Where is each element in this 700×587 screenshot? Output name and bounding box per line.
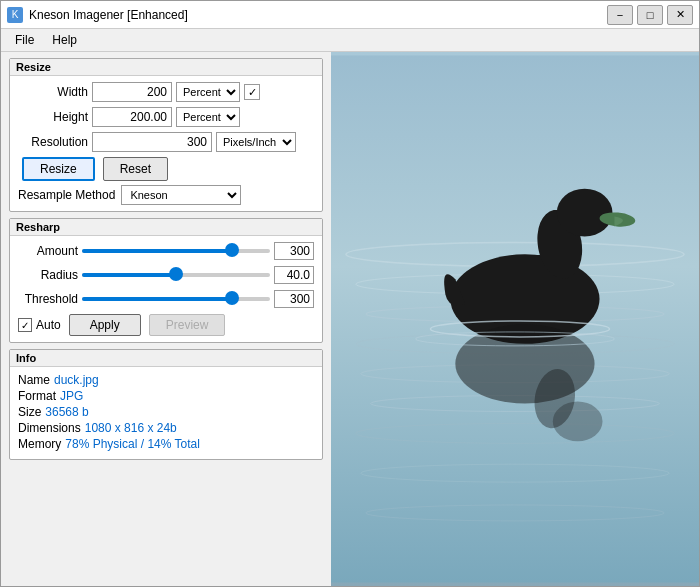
radius-slider-thumb[interactable] [169,267,183,281]
info-size-value: 36568 b [45,405,88,419]
threshold-row: Threshold [18,290,314,308]
radius-value-input[interactable] [274,266,314,284]
info-memory-row: Memory 78% Physical / 14% Total [18,437,314,451]
auto-checkbox[interactable]: ✓ [18,318,32,332]
info-memory-value: 78% Physical / 14% Total [65,437,200,451]
reset-button[interactable]: Reset [103,157,168,181]
app-icon: K [7,7,23,23]
close-button[interactable]: ✕ [667,5,693,25]
maximize-button[interactable]: □ [637,5,663,25]
resharp-bottom-row: ✓ Auto Apply Preview [18,314,314,336]
content-area: Resize Width Percent Pixels ✓ Hei [1,52,699,586]
menu-file[interactable]: File [7,31,42,49]
info-format-label: Format [18,389,56,403]
amount-label: Amount [18,244,78,258]
link-checkbox[interactable]: ✓ [244,84,260,100]
title-bar: K Kneson Imagener [Enhanced] − □ ✕ [1,1,699,29]
info-section: Info Name duck.jpg Format JPG Size 36568… [9,349,323,460]
width-label: Width [18,85,88,99]
resample-select[interactable]: Kneson Bilinear Bicubic Lanczos [121,185,241,205]
radius-label: Radius [18,268,78,282]
threshold-slider-track[interactable] [82,297,270,301]
auto-label: Auto [36,318,61,332]
resample-label: Resample Method [18,188,115,202]
width-row: Width Percent Pixels ✓ [18,82,314,102]
radius-slider-track[interactable] [82,273,270,277]
info-memory-label: Memory [18,437,61,451]
resample-row: Resample Method Kneson Bilinear Bicubic … [18,185,314,205]
info-dimensions-row: Dimensions 1080 x 816 x 24b [18,421,314,435]
preview-button[interactable]: Preview [149,314,226,336]
svg-point-16 [553,402,603,442]
resize-btn-row: Resize Reset [18,157,314,181]
height-row: Height Percent Pixels [18,107,314,127]
resolution-unit-select[interactable]: Pixels/Inch Pixels/Cm [216,132,296,152]
amount-slider-fill [82,249,232,253]
resharp-section: Resharp Amount Radius [9,218,323,343]
auto-checkbox-container[interactable]: ✓ Auto [18,318,61,332]
main-window: K Kneson Imagener [Enhanced] − □ ✕ File … [0,0,700,587]
threshold-slider-fill [82,297,232,301]
width-unit-select[interactable]: Percent Pixels [176,82,240,102]
info-format-value: JPG [60,389,83,403]
info-size-row: Size 36568 b [18,405,314,419]
amount-value-input[interactable] [274,242,314,260]
image-preview-panel [331,52,699,586]
info-dimensions-value: 1080 x 816 x 24b [85,421,177,435]
resharp-section-body: Amount Radius [10,236,322,342]
radius-slider-fill [82,273,176,277]
amount-slider-track[interactable] [82,249,270,253]
info-format-row: Format JPG [18,389,314,403]
info-section-body: Name duck.jpg Format JPG Size 36568 b Di… [10,367,322,459]
resize-button[interactable]: Resize [22,157,95,181]
menu-help[interactable]: Help [44,31,85,49]
duck-image-svg [331,52,699,586]
info-size-label: Size [18,405,41,419]
height-input[interactable] [92,107,172,127]
resize-section: Resize Width Percent Pixels ✓ Hei [9,58,323,212]
info-name-label: Name [18,373,50,387]
width-input[interactable] [92,82,172,102]
resolution-input[interactable] [92,132,212,152]
window-title: Kneson Imagener [Enhanced] [29,8,607,22]
info-section-title: Info [10,350,322,367]
window-controls: − □ ✕ [607,5,693,25]
svg-point-12 [557,189,613,237]
info-name-value: duck.jpg [54,373,99,387]
threshold-slider-thumb[interactable] [225,291,239,305]
apply-button[interactable]: Apply [69,314,141,336]
amount-slider-thumb[interactable] [225,243,239,257]
radius-row: Radius [18,266,314,284]
height-unit-select[interactable]: Percent Pixels [176,107,240,127]
minimize-button[interactable]: − [607,5,633,25]
left-panel: Resize Width Percent Pixels ✓ Hei [1,52,331,586]
duck-canvas [331,52,699,586]
menu-bar: File Help [1,29,699,52]
threshold-label: Threshold [18,292,78,306]
resolution-row: Resolution Pixels/Inch Pixels/Cm [18,132,314,152]
amount-row: Amount [18,242,314,260]
info-dimensions-label: Dimensions [18,421,81,435]
resharp-section-title: Resharp [10,219,322,236]
resolution-label: Resolution [18,135,88,149]
threshold-value-input[interactable] [274,290,314,308]
resize-section-title: Resize [10,59,322,76]
resize-section-body: Width Percent Pixels ✓ Height Percen [10,76,322,211]
info-name-row: Name duck.jpg [18,373,314,387]
height-label: Height [18,110,88,124]
